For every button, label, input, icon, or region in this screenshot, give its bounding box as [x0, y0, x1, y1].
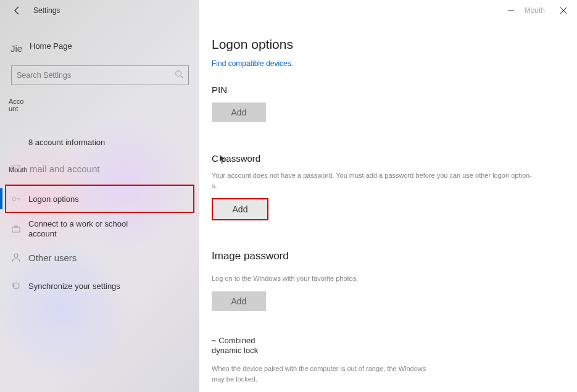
- close-button[interactable]: [550, 0, 577, 21]
- section-dynamic-lock-desc: When the device paired with the computer…: [212, 364, 434, 384]
- page-title: Logon options: [212, 37, 565, 52]
- pin-add-button[interactable]: Add: [212, 102, 266, 122]
- svg-line-1: [181, 76, 183, 78]
- home-link[interactable]: Home Page: [30, 41, 72, 51]
- close-icon: [560, 7, 567, 14]
- ghost-text-jie: Jie: [10, 43, 22, 54]
- password-add-button[interactable]: Add: [212, 198, 268, 220]
- section-image-password-desc: Log on to the Windows with your favorite…: [212, 273, 533, 284]
- sidebar-item-logon-options[interactable]: Logon options: [5, 185, 194, 213]
- sync-icon: [11, 281, 21, 291]
- svg-rect-7: [15, 226, 17, 227]
- sidebar-item-sync-settings[interactable]: Synchronize your settings: [0, 272, 199, 300]
- minimize-button[interactable]: [497, 0, 525, 21]
- arrow-left-icon: [12, 6, 22, 15]
- svg-point-8: [14, 254, 18, 257]
- section-pin-title: PIN: [212, 85, 565, 95]
- sidebar-item-account-info[interactable]: 8 account information: [0, 130, 199, 154]
- sidebar-item-other-users[interactable]: Other users: [0, 243, 199, 272]
- back-button[interactable]: [11, 4, 23, 17]
- search-icon: [175, 70, 183, 81]
- mail-icon: [11, 164, 21, 173]
- section-image-password: Image password Log on to the Windows wit…: [212, 250, 565, 311]
- section-password: C password Your account does not have a …: [212, 153, 565, 220]
- titlebar-left: Settings: [0, 0, 199, 21]
- section-image-password-title: Image password: [212, 250, 565, 262]
- section-dynamic-lock: ~ Combined dy­namic lock When the device…: [212, 336, 565, 385]
- sidebar: Settings Jie Ac­count Mouth Home Page 8 …: [0, 0, 199, 392]
- image-password-add-button[interactable]: Add: [212, 291, 266, 311]
- minimize-icon: [507, 7, 515, 14]
- search-box[interactable]: [11, 65, 189, 85]
- sidebar-item-label: Logon options: [28, 194, 79, 204]
- key-icon: [11, 194, 21, 204]
- window-title: Settings: [33, 6, 60, 15]
- section-password-desc: Your account does not have a password. Y…: [212, 170, 533, 191]
- section-pin: PIN Add: [212, 85, 565, 122]
- settings-window: Settings Jie Ac­count Mouth Home Page 8 …: [0, 0, 577, 392]
- sidebar-item-label: mail and account: [28, 164, 99, 174]
- svg-point-0: [176, 71, 181, 77]
- titlebar-right: Mouth: [497, 0, 577, 21]
- sidebar-item-label: Connect to a work or school account: [28, 219, 152, 238]
- sidebar-item-label: Synchronize your settings: [28, 281, 120, 291]
- sidebar-item-label: Other users: [28, 252, 77, 263]
- person-icon: [11, 252, 21, 262]
- svg-point-3: [12, 197, 16, 201]
- section-dynamic-lock-title: ~ Combined dy­namic lock: [212, 336, 267, 357]
- nav-list: 8 account information mail and account L…: [0, 130, 199, 300]
- search-input[interactable]: [17, 71, 175, 80]
- content-pane: Mouth Logon options Find compatible devi…: [199, 0, 577, 392]
- briefcase-icon: [11, 224, 21, 234]
- sidebar-item-work-school[interactable]: Connect to a work or school account: [0, 215, 199, 243]
- svg-rect-6: [12, 227, 20, 232]
- cursor-icon: [219, 154, 226, 163]
- sidebar-item-mail-account[interactable]: mail and account: [0, 154, 199, 183]
- ghost-text-right: Mouth: [525, 6, 545, 15]
- section-password-title: C password: [212, 153, 260, 164]
- ghost-text-account: Ac­count: [9, 98, 27, 112]
- compatible-devices-link[interactable]: Find compatible devices.: [212, 59, 293, 68]
- sidebar-item-label: 8 account information: [28, 138, 105, 147]
